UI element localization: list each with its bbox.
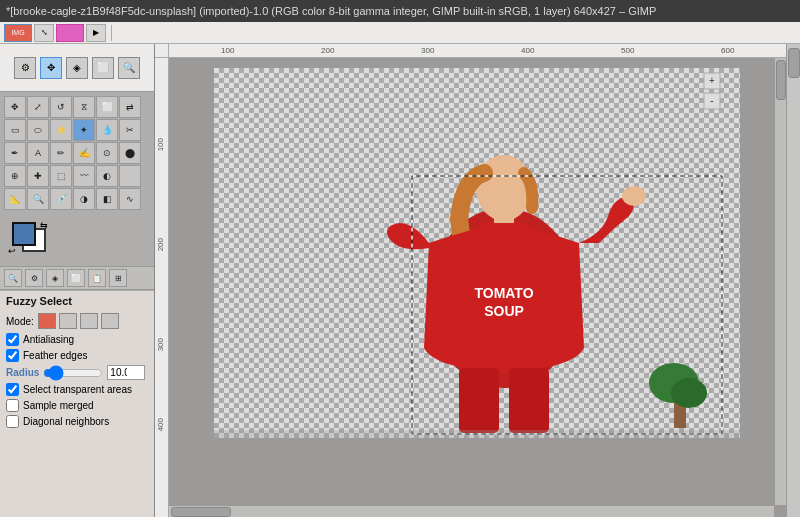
tool-clone[interactable]: ⊕ [4, 165, 26, 187]
canvas-bottom-margin [214, 430, 740, 438]
mode-row: Mode: [6, 313, 148, 329]
toolbox-bottom-row: 🔍 ⚙ ◈ ⬜ 📋 ⊞ [0, 266, 154, 290]
foreground-color-swatch[interactable] [12, 222, 36, 246]
mode-intersect[interactable] [101, 313, 119, 329]
tool-colorpick[interactable]: 💉 [50, 188, 72, 210]
tool-fuzzy-select[interactable]: ✦ [73, 119, 95, 141]
toolbar-color-btn[interactable] [56, 24, 84, 42]
tool-rotate[interactable]: ↺ [50, 96, 72, 118]
mode-subtract[interactable] [80, 313, 98, 329]
ruler-corner [155, 44, 169, 58]
feather-edges-checkbox[interactable] [6, 349, 19, 362]
ruler-mark-v-100: 100 [156, 138, 165, 151]
right-scrollbar[interactable] [786, 44, 800, 517]
svg-text:SOUP: SOUP [484, 303, 524, 319]
sample-merged-checkbox[interactable] [6, 399, 19, 412]
reset-colors-icon[interactable]: ↩ [8, 246, 16, 256]
svg-point-10 [671, 378, 707, 408]
tool-eraser[interactable]: ⬚ [50, 165, 72, 187]
ruler-mark-v-200: 200 [156, 238, 165, 251]
antialiasing-checkbox[interactable] [6, 333, 19, 346]
toolbox-extra-4[interactable]: ⬜ [67, 269, 85, 287]
left-ruler: 100 200 300 400 [155, 58, 169, 517]
fuzzy-select-panel: Fuzzy Select Mode: Antialiasing Feather … [0, 290, 154, 517]
diagonal-checkbox[interactable] [6, 415, 19, 428]
mode-add[interactable] [59, 313, 77, 329]
toolbox-extra-6[interactable]: ⊞ [109, 269, 127, 287]
tool-option-1[interactable]: ⚙ [14, 57, 36, 79]
canvas-svg: TOMATO SOUP + [214, 68, 740, 438]
tool-option-3[interactable]: ◈ [66, 57, 88, 79]
tool-bucket[interactable]: ◧ [96, 188, 118, 210]
tool-option-5[interactable]: 🔍 [118, 57, 140, 79]
select-transparent-checkbox[interactable] [6, 383, 19, 396]
tool-resize[interactable]: ⤢ [27, 96, 49, 118]
canvas-area[interactable]: 100 200 300 400 500 600 ruler ticks 100 … [155, 44, 786, 517]
swap-colors-icon[interactable]: ⇆ [40, 220, 48, 230]
mode-label: Mode: [6, 316, 34, 327]
h-scrollbar[interactable] [169, 505, 774, 517]
tool-option-4[interactable]: ⬜ [92, 57, 114, 79]
tool-move[interactable]: ✥ [4, 96, 26, 118]
tool-airbrush[interactable]: ⊙ [96, 142, 118, 164]
canvas-wrapper[interactable]: TOMATO SOUP + [169, 58, 786, 517]
tool-shear[interactable]: ⧖ [73, 96, 95, 118]
antialiasing-label: Antialiasing [23, 334, 74, 345]
radius-slider[interactable] [43, 367, 103, 379]
tool-curves[interactable]: ∿ [119, 188, 141, 210]
tool-free-select[interactable]: ⚡ [50, 119, 72, 141]
tool-paths[interactable]: ✒ [4, 142, 26, 164]
tool-option-2[interactable]: ✥ [40, 57, 62, 79]
svg-text:+: + [709, 75, 715, 86]
scrollbar-thumb[interactable] [788, 48, 800, 78]
toolbox-extra-5[interactable]: 📋 [88, 269, 106, 287]
toolbox-extra-1[interactable]: 🔍 [4, 269, 22, 287]
v-scrollbar-thumb[interactable] [776, 60, 786, 100]
radius-label: Radius [6, 367, 39, 378]
fuzzy-select-title: Fuzzy Select [6, 295, 148, 307]
tool-zoom[interactable]: 🔍 [27, 188, 49, 210]
title-text: *[brooke-cagle-z1B9f48F5dc-unsplash] (im… [6, 5, 656, 17]
tool-blend[interactable]: ◑ [73, 188, 95, 210]
tool-measure[interactable]: 📐 [4, 188, 26, 210]
tool-text[interactable]: A [27, 142, 49, 164]
toolbar-separator-1 [111, 25, 112, 41]
diagonal-row: Diagonal neighbors [6, 415, 148, 428]
tool-grid: ✥ ⤢ ↺ ⧖ ⬜ ⇄ ▭ ⬭ ⚡ ✦ 💧 ✂ ✒ A ✏ ✍ ⊙ ⬤ ⊕ ✚ … [0, 92, 154, 214]
mode-replace[interactable] [38, 313, 56, 329]
tool-dodge[interactable]: ◐ [96, 165, 118, 187]
toolbox-extra-2[interactable]: ⚙ [25, 269, 43, 287]
select-transparent-label: Select transparent areas [23, 384, 132, 395]
h-scrollbar-thumb[interactable] [171, 507, 231, 517]
tool-perspective[interactable]: ⬜ [96, 96, 118, 118]
top-toolbar: IMG ⤡ ▶ [0, 22, 800, 44]
tool-ellipse-select[interactable]: ⬭ [27, 119, 49, 141]
tool-heal[interactable]: ✚ [27, 165, 49, 187]
toolbox-extra-3[interactable]: ◈ [46, 269, 64, 287]
tool-smudge[interactable]: 〰 [73, 165, 95, 187]
diagonal-label: Diagonal neighbors [23, 416, 109, 427]
top-ruler: 100 200 300 400 500 600 ruler ticks [169, 44, 786, 58]
toolbar-image-thumb[interactable]: IMG [4, 24, 32, 42]
svg-text:-: - [710, 95, 713, 106]
ruler-mark-v-300: 300 [156, 338, 165, 351]
v-scrollbar[interactable] [774, 58, 786, 505]
svg-rect-7 [509, 368, 549, 433]
tool-scissors[interactable]: ✂ [119, 119, 141, 141]
color-swatches: ⇆ ↩ [6, 218, 148, 262]
tool-color-select[interactable]: 💧 [96, 119, 118, 141]
tool-rect-select[interactable]: ▭ [4, 119, 26, 141]
tool-pencil[interactable]: ✍ [73, 142, 95, 164]
ruler-mark-v-400: 400 [156, 418, 165, 431]
tool-paint[interactable]: ✏ [50, 142, 72, 164]
feather-edges-row: Feather edges [6, 349, 148, 362]
svg-text:TOMATO: TOMATO [474, 285, 533, 301]
main-canvas[interactable]: TOMATO SOUP + [214, 68, 740, 438]
toolbar-arrow-btn[interactable]: ▶ [86, 24, 106, 42]
tool-flip[interactable]: ⇄ [119, 96, 141, 118]
tool-ink[interactable]: ⬤ [119, 142, 141, 164]
tool-placeholder[interactable] [119, 165, 141, 187]
toolbar-transform-btn[interactable]: ⤡ [34, 24, 54, 42]
radius-input[interactable]: 10.0 [107, 365, 145, 380]
ruler-ticks-h: ruler ticks [169, 44, 786, 57]
